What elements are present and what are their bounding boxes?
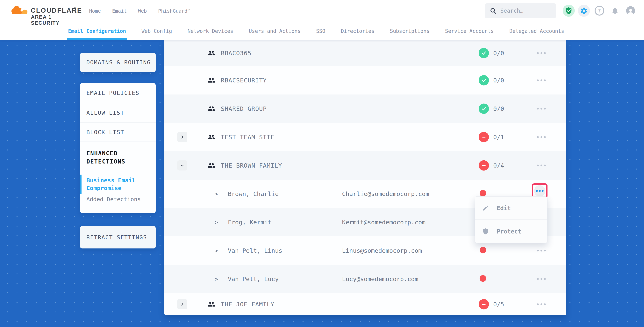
table-row-group: SHARED_GROUP 0/0 [164,94,566,123]
table-row-group: THE BROWN FAMILY 0/4 [164,151,566,180]
row-actions-menu-button[interactable] [535,163,548,168]
notifications-bell-icon[interactable] [609,5,621,17]
user-email: Kermit@somedemocorp.com [342,219,426,226]
status-protected-badge [478,48,489,58]
sidebar-item-domains-routing[interactable]: DOMAINS & ROUTING [80,59,151,66]
collapse-toggle-button[interactable] [177,160,187,171]
user-name: Brown, Charlie [228,190,278,197]
cloudflare-cloud-icon [11,2,28,17]
row-actions-menu-button[interactable] [535,302,548,307]
group-icon [208,300,216,308]
chevron-right-icon [180,135,184,139]
status-protected-badge [478,75,489,85]
account-icon[interactable] [624,5,636,17]
tab-users-and-actions[interactable]: Users and Actions [249,22,300,40]
row-actions-menu-button[interactable] [535,106,548,112]
group-icon [208,162,216,169]
group-icon [208,105,216,113]
user-email: Lucy@somedemocorp.com [342,276,418,283]
tab-network-devices[interactable]: Network Devices [188,22,233,40]
group-icon [208,49,216,57]
group-name: RBACSECURITY [221,77,267,84]
settings-gear-icon[interactable] [578,5,590,17]
sidebar-card-domains-routing[interactable]: DOMAINS & ROUTING [80,53,156,72]
sidebar-item-added-detections[interactable]: Added Detections [80,195,156,213]
sidebar-item-enhanced-detections[interactable]: ENHANCED DETECTIONS [80,142,156,173]
sidebar-card-email-policies: EMAIL POLICIES ALLOW LIST BLOCK LIST ENH… [80,83,156,213]
shield-check-icon[interactable] [563,5,575,17]
group-name: THE BROWN FAMILY [221,162,282,169]
tab-service-accounts[interactable]: Service Accounts [445,22,494,40]
row-actions-menu-button[interactable] [535,248,548,254]
group-icon [208,76,216,84]
chevron-right-icon [180,302,184,307]
expand-toggle-button[interactable] [177,132,187,142]
expand-toggle-button[interactable] [177,299,187,309]
protection-count: 0/0 [493,105,504,112]
table-row-group: RBACO365 0/0 [164,40,566,66]
registered-mark: ® [74,6,76,9]
user-expand-marker[interactable]: > [214,276,218,283]
user-email: Charlie@somedemocorp.com [342,190,429,197]
shield-icon [482,228,489,235]
row-actions-menu-button[interactable] [535,134,548,140]
sidebar-card-retract-settings[interactable]: RETRACT SETTINGS [80,226,156,249]
group-name: TEST TEAM SITE [221,134,274,141]
sidebar-item-email-policies[interactable]: EMAIL POLICIES [80,83,156,103]
tab-directories[interactable]: Directories [341,22,374,40]
tab-sso[interactable]: SSO [316,22,325,40]
groups-users-table: RBACO365 0/0 RBACSECURITY 0/0 SHARED_G [164,40,566,315]
protection-count: 0/5 [493,301,504,308]
context-menu: Edit Protect [475,196,548,243]
unprotected-status-dot [480,247,486,253]
row-actions-menu-button[interactable] [535,78,548,83]
brand-product: AREA 1 SECURITY [31,14,81,26]
user-name: Frog, Kermit [228,219,272,226]
table-row-user: > Van Pelt, Lucy Lucy@somedemocorp.com [164,265,566,293]
nav-item-home[interactable]: Home [89,8,101,14]
protection-count: 0/0 [493,49,504,56]
sidebar-item-retract-settings[interactable]: RETRACT SETTINGS [80,234,147,241]
status-unprotected-badge [478,160,489,171]
active-indicator-bar [80,175,82,194]
table-row-group: RBACSECURITY 0/0 [164,66,566,94]
search-input[interactable] [500,7,550,14]
user-name: Van Pelt, Linus [228,247,282,254]
chevron-down-icon [180,163,184,168]
nav-item-phishguard[interactable]: PhishGuard™ [158,8,190,14]
sidebar-item-block-list[interactable]: BLOCK LIST [80,122,156,142]
search-icon [490,7,496,14]
tab-web-config[interactable]: Web Config [142,22,172,40]
app-header: CLOUDFLARE ® AREA 1 SECURITY Home Email … [0,0,644,22]
unprotected-status-dot [480,275,486,282]
search-box [485,3,556,18]
protection-count: 0/1 [493,134,504,141]
unprotected-status-dot [480,190,486,197]
nav-item-web[interactable]: Web [138,8,147,14]
protection-count: 0/4 [493,162,504,169]
help-icon[interactable]: ? [594,5,606,17]
user-email: Linus@somedemocorp.com [342,247,422,254]
status-protected-badge [478,104,489,114]
user-expand-marker[interactable]: > [214,247,218,254]
menu-item-edit[interactable]: Edit [475,197,547,220]
status-unprotected-badge [478,132,489,142]
row-actions-menu-button[interactable] [535,276,548,282]
sidebar-item-allow-list[interactable]: ALLOW LIST [80,103,156,122]
menu-item-protect[interactable]: Protect [475,220,547,243]
group-icon [208,133,216,141]
tab-delegated-accounts[interactable]: Delegated Accounts [509,22,564,40]
row-actions-menu-button[interactable] [535,50,548,56]
nav-item-email[interactable]: Email [112,8,127,14]
user-expand-marker[interactable]: > [214,219,218,226]
status-unprotected-badge [478,299,489,310]
group-name: RBACO365 [221,49,251,56]
table-row-group: THE JOE FAMILY 0/5 [164,293,566,315]
table-row-group: TEST TEAM SITE 0/1 [164,123,566,151]
secondary-nav: Email Configuration Web Config Network D… [0,22,644,40]
tab-subscriptions[interactable]: Subscriptions [390,22,430,40]
sidebar-item-business-email-compromise[interactable]: Business Email Compromise [80,173,156,195]
user-expand-marker[interactable]: > [214,191,218,197]
row-actions-menu-button-active[interactable] [534,185,545,197]
cloudflare-area1-logo: CLOUDFLARE ® AREA 1 SECURITY [11,1,81,20]
